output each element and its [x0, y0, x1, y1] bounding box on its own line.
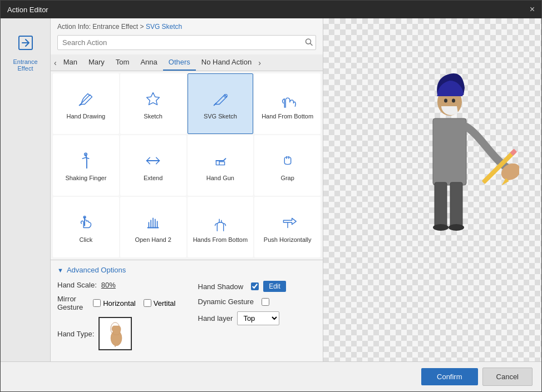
search-input[interactable]: [57, 35, 316, 50]
advanced-options-section: ▼ Advanced Options Hand Scale: 80% Mirro…: [51, 260, 323, 361]
hand-scale-value[interactable]: 80%: [101, 281, 116, 289]
action-grap-label: Grap: [280, 175, 294, 182]
hand-type-label: Hand Type:: [57, 330, 94, 338]
action-svg-sketch[interactable]: SVG Sketch: [188, 73, 254, 134]
hand-scale-label: Hand Scale:: [57, 281, 97, 289]
actions-grid: Hand Drawing Sketch: [51, 71, 323, 260]
svg-point-10: [433, 224, 449, 231]
hand-shadow-row: Hand Shadow Edit: [198, 281, 317, 292]
mirror-gesture-group: Horizontal Vertital: [93, 299, 175, 307]
svg-line-2: [311, 43, 313, 46]
character-svg: [386, 46, 519, 269]
dynamic-gesture-row: Dynamic Gesture: [198, 297, 317, 306]
bottom-bar: Confirm Cancel: [1, 361, 541, 391]
hand-shadow-checkbox[interactable]: [251, 282, 259, 290]
horizontal-checkbox[interactable]: [93, 299, 101, 307]
tab-others[interactable]: Others: [163, 54, 196, 71]
hand-layer-row: Hand layer Top Bottom: [198, 311, 317, 325]
advanced-toggle-icon: ▼: [57, 267, 63, 274]
breadcrumb: Action Info: Entrance Effect > SVG Sketc…: [51, 18, 323, 33]
tab-prev-btn[interactable]: ‹: [53, 56, 58, 70]
tab-no-hand[interactable]: No Hand Action: [196, 54, 257, 71]
action-sketch-label: Sketch: [144, 113, 162, 120]
action-svg-sketch-label: SVG Sketch: [204, 113, 237, 120]
search-bar: [57, 35, 316, 50]
sidebar-item-entrance[interactable]: Entrance Effect: [1, 29, 50, 76]
horizontal-label: Horizontal: [103, 299, 136, 307]
svg-point-13: [444, 99, 447, 103]
tab-tom[interactable]: Tom: [110, 54, 135, 71]
action-click-label: Click: [79, 236, 92, 244]
close-button[interactable]: ×: [530, 5, 535, 14]
action-extend[interactable]: Extend: [120, 135, 186, 196]
advanced-options-title: Advanced Options: [67, 266, 126, 274]
hand-shadow-label: Hand Shadow: [198, 282, 244, 291]
action-hand-drawing-label: Hand Drawing: [67, 113, 106, 120]
hand-layer-label: Hand layer: [198, 314, 233, 322]
action-extend-label: Extend: [144, 175, 162, 182]
sidebar-label: Entrance Effect: [5, 58, 46, 72]
dialog-title: Action Editor: [7, 6, 48, 14]
dynamic-gesture-checkbox[interactable]: [262, 298, 269, 306]
action-open-hand-2-label: Open Hand 2: [135, 236, 171, 244]
mirror-gesture-label: Mirror Gesture: [57, 295, 88, 311]
hand-type-row: Hand Type:: [57, 317, 176, 350]
vertital-checkbox[interactable]: [144, 299, 151, 307]
confirm-button[interactable]: Confirm: [421, 368, 478, 385]
action-open-hand-2[interactable]: Open Hand 2: [120, 197, 186, 257]
vertital-checkbox-item[interactable]: Vertital: [144, 299, 176, 307]
svg-rect-7: [433, 118, 466, 185]
horizontal-checkbox-item[interactable]: Horizontal: [93, 299, 136, 307]
tab-anna[interactable]: Anna: [135, 54, 162, 71]
svg-rect-9: [450, 182, 462, 227]
center-panel: Action Info: Entrance Effect > SVG Sketc…: [51, 18, 323, 361]
action-grap[interactable]: Grap: [254, 135, 321, 196]
right-panel: [323, 18, 541, 361]
hand-shadow-edit-btn[interactable]: Edit: [263, 281, 286, 292]
mirror-gesture-row: Mirror Gesture Horizontal Vertital: [57, 295, 176, 311]
main-content: Entrance Effect Action Info: Entrance Ef…: [1, 18, 541, 361]
tab-next-btn[interactable]: ›: [257, 56, 262, 70]
title-bar: Action Editor ×: [1, 1, 541, 18]
tabs-row: ‹ Man Mary Tom Anna Others No Hand Actio…: [51, 54, 323, 71]
breadcrumb-prefix: Action Info: Entrance Effect >: [57, 23, 146, 31]
action-hand-from-bottom[interactable]: Hand From Bottom: [254, 73, 321, 134]
advanced-right-col: Hand Shadow Edit Dynamic Gesture Hand la…: [198, 281, 317, 356]
vertital-label: Vertital: [154, 299, 176, 307]
hand-type-preview[interactable]: [98, 317, 132, 350]
action-click[interactable]: Click: [53, 197, 119, 257]
action-hand-from-bottom-label: Hand From Bottom: [262, 113, 313, 120]
svg-point-11: [449, 224, 464, 231]
action-editor-dialog: Action Editor × Entrance Effect Action I…: [0, 0, 542, 392]
tab-mary[interactable]: Mary: [83, 54, 110, 71]
action-hand-gun[interactable]: Hand Gun: [188, 135, 254, 196]
advanced-left-col: Hand Scale: 80% Mirror Gesture Horizonta…: [57, 281, 176, 356]
dynamic-gesture-label: Dynamic Gesture: [198, 297, 254, 306]
action-shaking-finger[interactable]: Shaking Finger: [53, 135, 119, 196]
action-hands-from-bottom-label: Hands From Bottom: [193, 236, 248, 244]
action-hands-from-bottom[interactable]: Hands From Bottom: [188, 197, 254, 257]
advanced-two-col: Hand Scale: 80% Mirror Gesture Horizonta…: [57, 281, 316, 356]
action-hand-gun-label: Hand Gun: [206, 175, 234, 182]
tab-man[interactable]: Man: [58, 54, 83, 71]
action-push-horizontally-label: Push Horizontally: [264, 236, 312, 244]
svg-point-14: [452, 99, 455, 103]
action-shaking-finger-label: Shaking Finger: [65, 175, 106, 182]
hand-scale-row: Hand Scale: 80%: [57, 281, 176, 289]
action-hand-drawing[interactable]: Hand Drawing: [53, 73, 119, 134]
entrance-icon: [17, 34, 35, 55]
action-sketch[interactable]: Sketch: [120, 73, 186, 134]
search-button[interactable]: [305, 38, 313, 47]
hand-layer-select[interactable]: Top Bottom: [237, 311, 279, 325]
sidebar: Entrance Effect: [1, 18, 51, 361]
breadcrumb-link[interactable]: SVG Sketch: [146, 23, 182, 31]
cancel-button[interactable]: Cancel: [482, 368, 533, 386]
character-area: [386, 46, 519, 270]
advanced-options-header[interactable]: ▼ Advanced Options: [57, 266, 316, 274]
svg-rect-8: [435, 182, 447, 227]
action-push-horizontally[interactable]: Push Horizontally: [254, 197, 321, 257]
